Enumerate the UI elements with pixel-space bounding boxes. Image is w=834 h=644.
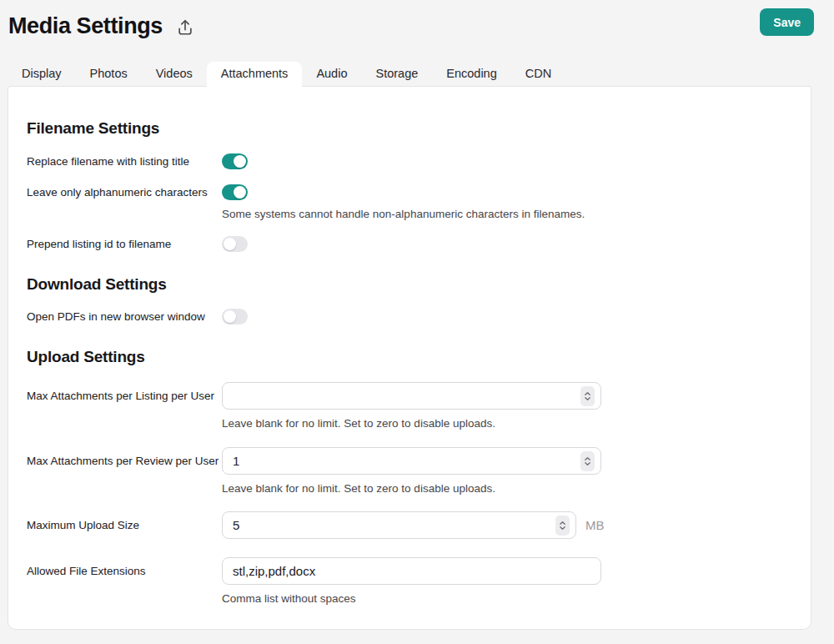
tab-display[interactable]: Display [8,62,76,88]
tab-cdn[interactable]: CDN [511,62,565,88]
setting-label: Replace filename with listing title [27,153,222,169]
page-header: Media Settings [8,13,194,39]
tab-encoding[interactable]: Encoding [432,62,510,88]
settings-tabbar: Display Photos Videos Attachments Audio … [8,62,565,88]
max-attachments-review-input[interactable] [222,447,601,475]
tab-videos[interactable]: Videos [142,62,207,88]
stepper-chevrons-icon[interactable] [580,386,595,406]
section-heading-download-settings: Download Settings [27,274,792,294]
help-text: Comma list without spaces [222,592,792,606]
setting-label: Max Attachments per Listing per User [27,382,222,410]
section-heading-filename-settings: Filename Settings [27,118,792,138]
toggle-knob [224,310,236,323]
text-field-wrapper [222,557,601,585]
media-settings-page: Media Settings Save Display Photos Video… [0,0,834,644]
setting-row-max-attachments-review: Max Attachments per Review per User Leav… [27,447,792,496]
page-title: Media Settings [8,13,163,39]
toggle-knob [234,186,246,199]
section-heading-upload-settings: Upload Settings [27,347,792,366]
setting-label: Leave only alphanumeric characters [27,184,222,221]
toggle-open-pdfs[interactable] [222,309,248,325]
toggle-replace-filename[interactable] [222,153,248,169]
toggle-prepend-listing-id[interactable] [222,236,248,252]
setting-row-replace-filename: Replace filename with listing title [27,153,792,169]
setting-label: Max Attachments per Review per User [27,447,222,475]
save-button[interactable]: Save [760,8,814,36]
max-upload-size-input[interactable] [222,511,576,539]
toggle-knob [224,238,236,250]
stepper-chevrons-icon[interactable] [580,451,595,471]
setting-label: Open PDFs in new browser window [27,309,222,325]
allowed-extensions-input[interactable] [222,557,601,585]
setting-row-max-attachments-listing: Max Attachments per Listing per User Lea… [27,382,792,430]
setting-row-max-upload-size: Maximum Upload Size MB [27,511,792,539]
help-text: Leave blank for no limit. Set to zero to… [222,482,792,496]
tab-storage[interactable]: Storage [361,62,432,88]
setting-row-allowed-extensions: Allowed File Extensions Comma list witho… [27,557,792,606]
stepper-chevrons-icon[interactable] [555,516,570,536]
setting-row-prepend-listing-id: Prepend listing id to filename [27,236,792,252]
setting-label: Maximum Upload Size [27,511,222,539]
number-field-wrapper [222,511,576,539]
upload-icon[interactable] [176,18,194,38]
help-text: Leave blank for no limit. Set to zero to… [222,417,792,430]
help-text: Some systems cannot handle non-alphanume… [222,208,792,221]
toggle-alphanumeric-only[interactable] [222,184,248,200]
setting-label: Prepend listing id to filename [27,236,222,252]
number-field-wrapper [222,447,601,475]
setting-label: Allowed File Extensions [27,557,222,585]
setting-row-alphanumeric-only: Leave only alphanumeric characters Some … [27,184,792,221]
unit-suffix: MB [585,518,605,532]
number-field-wrapper [222,382,601,410]
toggle-knob [234,155,246,168]
tab-audio[interactable]: Audio [302,62,361,88]
max-attachments-listing-input[interactable] [222,382,601,410]
attachments-settings-panel: Filename Settings Replace filename with … [8,86,811,630]
tab-attachments[interactable]: Attachments [207,62,303,88]
tab-photos[interactable]: Photos [76,62,142,88]
setting-row-open-pdfs: Open PDFs in new browser window [27,309,792,325]
